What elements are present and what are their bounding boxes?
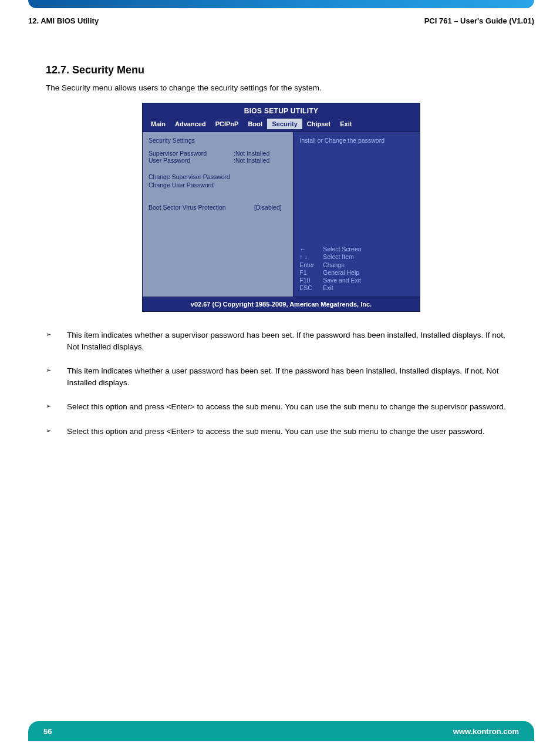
bios-title: BIOS SETUP UTILITY	[143, 103, 420, 117]
bullet-item-1: ➢ This item indicates whether a supervis…	[46, 329, 517, 352]
bullet-list: ➢ This item indicates whether a supervis…	[28, 329, 534, 437]
bullet-item-4: ➢ Select this option and press <Enter> t…	[46, 426, 517, 438]
bullet-text-1: This item indicates whether a supervisor…	[67, 329, 517, 352]
key-updown-label: Select Item	[323, 253, 354, 261]
bullet-item-3: ➢ Select this option and press <Enter> t…	[46, 401, 517, 413]
page-content: 12. AMI BIOS Utility PCI 761 – User's Gu…	[0, 8, 560, 437]
top-decorative-strip	[28, 0, 534, 8]
key-updown: ↑ ↓	[299, 253, 318, 261]
security-settings-heading: Security Settings	[149, 137, 287, 144]
supervisor-password-value: :Not Installed	[234, 150, 269, 157]
bios-left-panel: Security Settings Supervisor Password :N…	[143, 132, 293, 297]
bios-right-panel: Install or Change the password ←Select S…	[293, 132, 420, 297]
bullet-text-3: Select this option and press <Enter> to …	[67, 401, 505, 413]
key-left-label: Select Screen	[323, 245, 361, 253]
tab-main: Main	[146, 119, 170, 129]
bullet-text-2: This item indicates whether a user passw…	[67, 365, 517, 388]
key-esc-label: Exit	[323, 284, 333, 292]
key-f10-label: Save and Exit	[323, 277, 361, 284]
tab-advanced: Advanced	[170, 119, 211, 129]
key-enter: Enter	[299, 261, 318, 269]
user-password-row: User Password :Not Installed	[149, 157, 287, 164]
page-header: 12. AMI BIOS Utility PCI 761 – User's Gu…	[28, 13, 534, 36]
key-f10: F10	[299, 277, 318, 284]
tab-boot: Boot	[243, 119, 267, 129]
tab-security: Security	[267, 119, 302, 129]
change-supervisor-password: Change Supervisor Password	[149, 173, 287, 180]
tab-pcipnp: PCIPnP	[211, 119, 244, 129]
bios-footer: v02.67 (C) Copyright 1985-2009, American…	[143, 297, 420, 311]
bullet-arrow-icon: ➢	[46, 426, 67, 438]
section-title: 12.7. Security Menu	[28, 36, 534, 81]
section-intro: The Security menu allows users to change…	[28, 81, 534, 103]
boot-sector-row: Boot Sector Virus Protection [Disabled]	[149, 204, 287, 211]
bios-key-help: ←Select Screen ↑ ↓Select Item EnterChang…	[299, 245, 414, 292]
boot-sector-value: [Disabled]	[254, 204, 282, 211]
user-password-label: User Password	[149, 157, 234, 164]
user-password-value: :Not Installed	[234, 157, 269, 164]
bios-tabs: Main Advanced PCIPnP Boot Security Chips…	[143, 117, 420, 132]
bios-help-text: Install or Change the password	[299, 137, 414, 144]
key-esc: ESC	[299, 284, 318, 292]
tab-chipset: Chipset	[302, 119, 335, 129]
key-enter-label: Change	[323, 261, 345, 269]
bullet-arrow-icon: ➢	[46, 401, 67, 413]
key-f1-label: General Help	[323, 269, 359, 277]
page-footer-bar: 56 www.kontron.com	[28, 721, 534, 741]
bios-screenshot: BIOS SETUP UTILITY Main Advanced PCIPnP …	[142, 103, 420, 312]
supervisor-password-row: Supervisor Password :Not Installed	[149, 150, 287, 157]
bullet-item-2: ➢ This item indicates whether a user pas…	[46, 365, 517, 388]
header-right: PCI 761 – User's Guide (V1.01)	[424, 16, 534, 25]
tab-exit: Exit	[335, 119, 356, 129]
bullet-arrow-icon: ➢	[46, 329, 67, 352]
footer-url: www.kontron.com	[453, 727, 519, 736]
supervisor-password-label: Supervisor Password	[149, 150, 234, 157]
bullet-text-4: Select this option and press <Enter> to …	[67, 426, 484, 438]
bios-body: Security Settings Supervisor Password :N…	[143, 132, 420, 297]
key-f1: F1	[299, 269, 318, 277]
page-number: 56	[43, 727, 52, 736]
header-left: 12. AMI BIOS Utility	[28, 16, 99, 25]
bullet-arrow-icon: ➢	[46, 365, 67, 388]
key-left: ←	[299, 245, 318, 253]
change-user-password: Change User Password	[149, 181, 287, 189]
boot-sector-label: Boot Sector Virus Protection	[149, 204, 254, 211]
